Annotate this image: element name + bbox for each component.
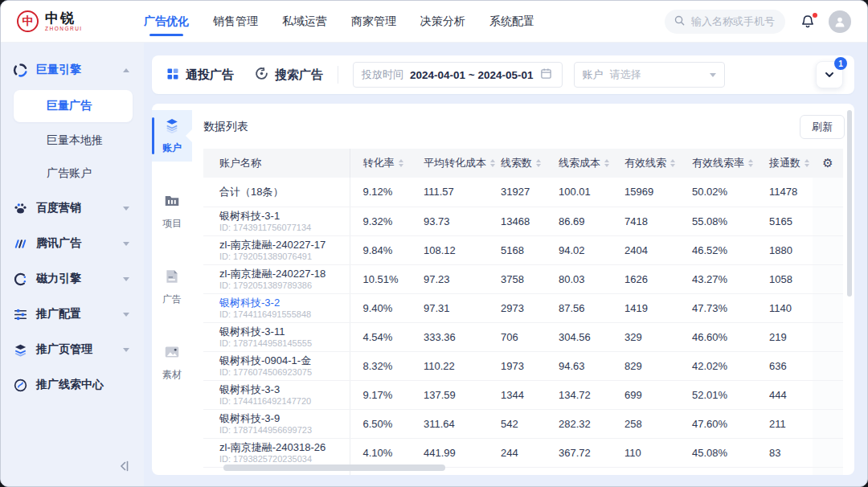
metric-cell: 13468: [488, 207, 546, 235]
sidebar-group-magnetic-engine[interactable]: 磁力引擎: [1, 261, 144, 297]
layers-icon: [13, 342, 28, 358]
nav-ad-optimization[interactable]: 广告优化: [144, 1, 189, 42]
ocean-engine-icon: [13, 63, 28, 78]
nav-decision-analysis[interactable]: 决策分析: [420, 1, 465, 42]
data-list-title: 数据列表: [203, 120, 248, 134]
sidebar-collapse-icon[interactable]: [117, 459, 131, 477]
vertical-scrollbar[interactable]: [847, 110, 852, 297]
chevron-down-icon: [123, 277, 129, 281]
tab-account[interactable]: 账户: [152, 110, 192, 162]
metric-cell: 5168: [488, 235, 546, 264]
account-id: ID: 1744116492147720: [219, 396, 345, 407]
metric-cell: 55.08%: [679, 207, 756, 235]
search-input[interactable]: [690, 14, 778, 28]
sidebar-group-baidu[interactable]: 百度营销: [1, 190, 144, 226]
refresh-button[interactable]: 刷新: [800, 115, 845, 139]
metric-cell: 636: [756, 351, 813, 380]
account-name[interactable]: 银树科技-3-1: [219, 210, 345, 222]
metric-cell: 110: [612, 438, 679, 467]
account-name[interactable]: 银树科技-3-11: [219, 325, 345, 338]
filter-count-badge: 1: [834, 57, 847, 70]
summary-label: 合计（18条）: [219, 186, 283, 198]
notification-bell-icon[interactable]: [800, 14, 816, 30]
nav-system-config[interactable]: 系统配置: [489, 1, 534, 42]
tab-project[interactable]: 项目: [152, 186, 192, 237]
expand-filters-button[interactable]: 1: [816, 61, 843, 88]
sidebar-item-ad-account[interactable]: 广告账户: [1, 158, 144, 190]
sort-icon[interactable]: [490, 159, 495, 167]
chevron-down-icon: [123, 242, 129, 246]
metric-cell: 1140: [756, 293, 813, 322]
account-label: 账户: [583, 68, 604, 82]
account-name[interactable]: zl-南京捷融-240227-17: [219, 239, 345, 251]
chevron-up-icon: [123, 68, 129, 72]
metric-cell: 15969: [612, 178, 679, 207]
sidebar-group-ocean-engine[interactable]: 巨量引擎: [1, 52, 144, 88]
nav-sales-management[interactable]: 销售管理: [213, 1, 258, 42]
column-header-account-name: 账户名称: [203, 149, 350, 178]
sort-icon[interactable]: [805, 159, 809, 167]
sidebar-group-promo-config[interactable]: 推广配置: [1, 297, 144, 332]
table-row[interactable]: 银树科技-3-3ID: 1744116492147720 9.17% 137.5…: [203, 380, 843, 409]
grid-icon: [166, 68, 179, 83]
sidebar-item-juliang-ad[interactable]: 巨量广告: [14, 90, 133, 122]
tab-label: 账户: [162, 141, 182, 155]
horizontal-scrollbar[interactable]: [223, 464, 445, 471]
gear-icon[interactable]: ⚙: [822, 156, 833, 170]
metric-cell: 5165: [756, 207, 813, 235]
lead-center-icon: [13, 378, 28, 393]
metric-cell: 311.64: [411, 409, 488, 438]
sort-icon[interactable]: [670, 159, 675, 167]
user-avatar[interactable]: [829, 10, 851, 33]
nav-merchant-management[interactable]: 商家管理: [351, 1, 396, 42]
account-name[interactable]: 银树科技-3-2: [219, 297, 345, 309]
app-logo: 中 中锐 ZHONGRUI: [17, 10, 144, 32]
sidebar-group-promo-pages[interactable]: 推广页管理: [1, 332, 144, 367]
account-name[interactable]: 银树科技-3-9: [219, 412, 345, 424]
tab-search-ads[interactable]: 搜索广告: [255, 67, 323, 83]
account-name[interactable]: zl-南京捷融-240318-26: [219, 441, 345, 453]
sort-icon[interactable]: [604, 159, 609, 167]
metric-cell: 1973: [488, 351, 546, 380]
table-row[interactable]: zl-南京捷融-240318-26ID: 1793825720235034 4.…: [203, 438, 843, 467]
tab-label: 搜索广告: [275, 68, 323, 83]
global-search[interactable]: [665, 10, 785, 34]
leads-link[interactable]: 2973: [488, 293, 546, 322]
metric-cell: 137.59: [411, 380, 488, 409]
sidebar-group-lead-center[interactable]: 推广线索中心: [1, 367, 144, 403]
metric-cell: 83: [756, 438, 813, 467]
sidebar-group-label: 腾讯广告: [36, 236, 115, 251]
account-name[interactable]: zl-南京捷融-240227-18: [219, 268, 345, 280]
account-id: ID: 1743911756077134: [219, 223, 345, 233]
sidebar-group-label: 推广页管理: [36, 342, 115, 357]
sort-icon[interactable]: [748, 159, 753, 167]
nav-private-domain[interactable]: 私域运营: [282, 1, 327, 42]
sidebar: 巨量引擎 巨量广告 巨量本地推 广告账户 百度营销 腾讯广告 磁力引擎: [1, 43, 144, 486]
table-row[interactable]: zl-南京捷融-240227-18ID: 1792051389789386 10…: [203, 264, 843, 293]
table-row[interactable]: 银树科技-3-11ID: 1787144958145555 4.54% 333.…: [203, 322, 843, 351]
sidebar-item-juliang-local[interactable]: 巨量本地推: [1, 125, 144, 157]
account-select[interactable]: 账户 请选择: [574, 62, 725, 88]
metric-cell: 11478: [756, 178, 813, 207]
tab-ad[interactable]: 广告: [152, 261, 192, 313]
date-range-picker[interactable]: 投放时间 2024-04-01 ~ 2024-05-01: [353, 62, 563, 88]
account-name[interactable]: 银树科技-3-3: [219, 383, 345, 395]
table-row-selected[interactable]: 银树科技-3-2ID: 1744116491555848 9.40% 97.31…: [203, 293, 843, 322]
table-row[interactable]: 银树科技-0904-1-金ID: 1776074506923075 8.32% …: [203, 351, 843, 380]
table-row[interactable]: 银树科技-3-1ID: 1743911756077134 9.32% 93.73…: [203, 207, 843, 235]
tab-feed-ads[interactable]: 通投广告: [166, 68, 234, 83]
table-row[interactable]: zl-南京捷融-240227-17ID: 1792051389076491 9.…: [203, 235, 843, 264]
account-name[interactable]: 银树科技-0904-1-金: [219, 354, 345, 366]
table-row[interactable]: 银树科技-3-9ID: 1787144956699723 6.50% 311.6…: [203, 409, 843, 438]
chevron-down-icon: [123, 207, 129, 211]
metric-cell: 47.60%: [679, 409, 756, 438]
metric-cell: 8.32%: [350, 351, 411, 380]
sort-icon[interactable]: [399, 159, 403, 167]
sidebar-group-tencent[interactable]: 腾讯广告: [1, 226, 144, 261]
valid-leads-link[interactable]: 1419: [612, 293, 679, 322]
sort-icon[interactable]: [536, 159, 541, 167]
metric-cell: 1880: [756, 235, 813, 264]
baidu-marketing-icon: [13, 201, 28, 216]
metric-cell: 706: [488, 322, 546, 351]
tab-material[interactable]: 素材: [152, 337, 192, 388]
